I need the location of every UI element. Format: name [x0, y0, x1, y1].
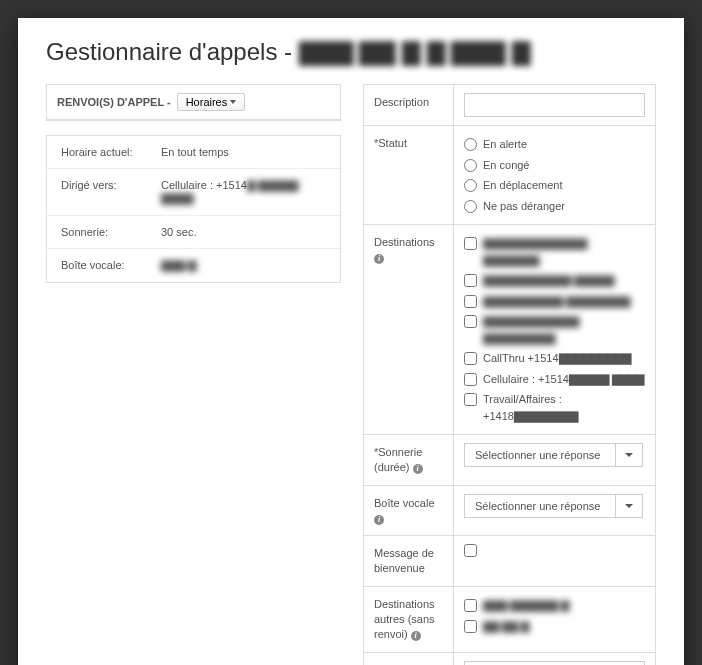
dest-avec-multiselect[interactable]: ▾ — [464, 661, 645, 665]
row-dest-avec-renvoi: Destinations autres (avec renvoi) i ▾ — [363, 653, 656, 665]
summary-row-dirige: Dirigé vers: Cellulaire : +1514▇ ▇▇▇▇▇ ▇… — [47, 168, 340, 215]
label-dest-avec: Destinations autres (avec renvoi) i — [364, 653, 454, 665]
label-boite-vocale: Boîte vocale i — [364, 486, 454, 536]
check-dest-sans-0[interactable]: ▇▇▇ ▇▇▇▇▇▇ ▇ — [464, 595, 645, 616]
radio-label: En alerte — [483, 136, 527, 153]
left-panel-header: RENVOI(S) D'APPEL - Horaires — [47, 85, 340, 120]
info-icon: i — [374, 515, 384, 525]
check-dest-4[interactable]: CallThru +1514▇▇▇▇▇▇▇▇▇ — [464, 348, 645, 369]
label-statut: *Statut — [364, 126, 454, 224]
check-label: ▇▇ ▇▇ ▇ — [483, 618, 529, 635]
boite-select-toggle[interactable] — [615, 495, 642, 517]
check-label: ▇▇▇▇▇▇▇▇▇▇▇▇▇ ▇▇▇▇▇▇▇ — [483, 235, 645, 268]
label-destinations: Destinations i — [364, 225, 454, 434]
summary-row-horaire: Horaire actuel: En tout temps — [47, 136, 340, 168]
radio-label: Ne pas déranger — [483, 198, 565, 215]
summary-panel: Horaire actuel: En tout temps Dirigé ver… — [46, 135, 341, 283]
sonnerie-select[interactable]: Sélectionner une réponse — [464, 443, 643, 467]
left-panel: RENVOI(S) D'APPEL - Horaires — [46, 84, 341, 121]
label-message: Message de bienvenue — [364, 536, 454, 586]
sonnerie-select-text: Sélectionner une réponse — [465, 444, 615, 466]
row-destinations: Destinations i ▇▇▇▇▇▇▇▇▇▇▇▇▇ ▇▇▇▇▇▇▇ ▇▇▇… — [363, 225, 656, 435]
label-destinations-text: Destinations — [374, 236, 435, 248]
summary-row-boite: Boîte vocale: ▇▇▇ ▇ — [47, 248, 340, 282]
page-title-prefix: Gestionnaire d'appels - — [46, 38, 299, 65]
message-bienvenue-checkbox[interactable] — [464, 544, 477, 557]
left-panel-title: RENVOI(S) D'APPEL - — [57, 96, 171, 108]
form-panel: Description *Statut En alerte En congé E… — [363, 84, 656, 665]
row-description: Description — [363, 84, 656, 126]
value-boite-masked: ▇▇▇ ▇ — [161, 259, 196, 271]
label-sonnerie-duree: *Sonnerie (durée) i — [364, 435, 454, 485]
radio-statut-2[interactable]: En déplacement — [464, 175, 645, 196]
check-dest-1[interactable]: ▇▇▇▇▇▇▇▇▇▇▇ ▇▇▇▇▇ — [464, 270, 645, 291]
check-label: ▇▇▇▇▇▇▇▇▇▇ ▇▇▇▇▇▇▇▇ — [483, 293, 630, 310]
label-dirige: Dirigé vers: — [61, 179, 161, 205]
horaires-dropdown-button[interactable]: Horaires — [177, 93, 246, 111]
check-dest-5[interactable]: Cellulaire : +1514▇▇▇▇▇ ▇▇▇▇ — [464, 369, 645, 390]
dest-sans-list: ▇▇▇ ▇▇▇▇▇▇ ▇ ▇▇ ▇▇ ▇ — [454, 587, 655, 652]
check-label: ▇▇▇ ▇▇▇▇▇▇ ▇ — [483, 597, 569, 614]
value-boite: ▇▇▇ ▇ — [161, 259, 326, 272]
chevron-down-icon — [625, 453, 633, 457]
description-input[interactable] — [464, 93, 645, 117]
row-boite-vocale: Boîte vocale i Sélectionner une réponse — [363, 486, 656, 537]
check-label: CallThru +1514▇▇▇▇▇▇▇▇▇ — [483, 350, 631, 367]
row-dest-sans-renvoi: Destinations autres (sans renvoi) i ▇▇▇ … — [363, 587, 656, 653]
row-message-bienvenue: Message de bienvenue — [363, 536, 656, 587]
value-dirige: Cellulaire : +1514▇ ▇▇▇▇▇ ▇▇▇▇ — [161, 179, 326, 205]
row-sonnerie-duree: *Sonnerie (durée) i Sélectionner une rép… — [363, 435, 656, 486]
radio-statut-1[interactable]: En congé — [464, 155, 645, 176]
chevron-down-icon — [625, 504, 633, 508]
boite-select[interactable]: Sélectionner une réponse — [464, 494, 643, 518]
boite-select-text: Sélectionner une réponse — [465, 495, 615, 517]
horaires-dropdown-label: Horaires — [186, 96, 228, 108]
value-horaire: En tout temps — [161, 146, 326, 158]
label-dest-sans-text: Destinations autres (sans renvoi) — [374, 598, 435, 640]
radio-label: En congé — [483, 157, 529, 174]
info-icon: i — [374, 254, 384, 264]
radio-statut-3[interactable]: Ne pas déranger — [464, 196, 645, 217]
label-description: Description — [364, 85, 454, 125]
check-label: Cellulaire : +1514▇▇▇▇▇ ▇▇▇▇ — [483, 371, 644, 388]
check-dest-0[interactable]: ▇▇▇▇▇▇▇▇▇▇▇▇▇ ▇▇▇▇▇▇▇ — [464, 233, 645, 270]
label-horaire: Horaire actuel: — [61, 146, 161, 158]
check-label: Travail/Affaires : +1418▇▇▇▇▇▇▇▇ — [483, 391, 645, 424]
radio-statut-0[interactable]: En alerte — [464, 134, 645, 155]
chevron-down-icon — [230, 100, 236, 104]
check-dest-2[interactable]: ▇▇▇▇▇▇▇▇▇▇ ▇▇▇▇▇▇▇▇ — [464, 291, 645, 312]
check-dest-3[interactable]: ▇▇▇▇▇▇▇▇▇▇▇▇ ▇▇▇▇▇▇▇▇▇ — [464, 311, 645, 348]
statut-options: En alerte En congé En déplacement Ne pas… — [454, 126, 655, 224]
check-label: ▇▇▇▇▇▇▇▇▇▇▇▇ ▇▇▇▇▇▇▇▇▇ — [483, 313, 645, 346]
page-title-masked: ▇▇▇ ▇▇ ▇ ▇ ▇▇▇ ▇ — [299, 38, 530, 65]
page-title: Gestionnaire d'appels - ▇▇▇ ▇▇ ▇ ▇ ▇▇▇ ▇ — [46, 38, 656, 66]
radio-label: En déplacement — [483, 177, 563, 194]
destinations-list: ▇▇▇▇▇▇▇▇▇▇▇▇▇ ▇▇▇▇▇▇▇ ▇▇▇▇▇▇▇▇▇▇▇ ▇▇▇▇▇ … — [454, 225, 655, 434]
check-dest-sans-1[interactable]: ▇▇ ▇▇ ▇ — [464, 616, 645, 637]
main-card: Gestionnaire d'appels - ▇▇▇ ▇▇ ▇ ▇ ▇▇▇ ▇… — [18, 18, 684, 665]
value-dirige-prefix: Cellulaire : +1514 — [161, 179, 247, 191]
check-dest-6[interactable]: Travail/Affaires : +1418▇▇▇▇▇▇▇▇ — [464, 389, 645, 426]
info-icon: i — [413, 464, 423, 474]
value-sonnerie: 30 sec. — [161, 226, 326, 238]
label-sonnerie: Sonnerie: — [61, 226, 161, 238]
check-label: ▇▇▇▇▇▇▇▇▇▇▇ ▇▇▇▇▇ — [483, 272, 614, 289]
label-boite: Boîte vocale: — [61, 259, 161, 272]
label-dest-sans: Destinations autres (sans renvoi) i — [364, 587, 454, 652]
label-boite-text: Boîte vocale — [374, 497, 435, 509]
info-icon: i — [411, 631, 421, 641]
summary-row-sonnerie: Sonnerie: 30 sec. — [47, 215, 340, 248]
row-statut: *Statut En alerte En congé En déplacemen… — [363, 126, 656, 225]
sonnerie-select-toggle[interactable] — [615, 444, 642, 466]
